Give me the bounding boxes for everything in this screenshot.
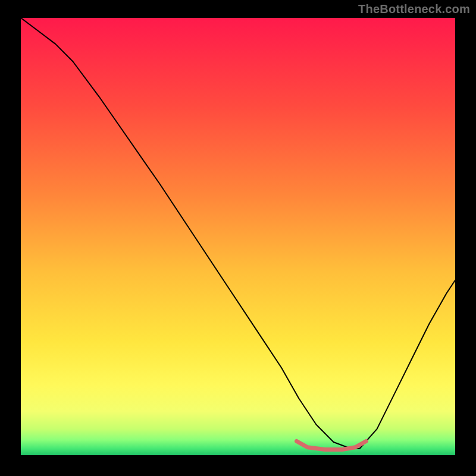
plot-background xyxy=(21,18,455,455)
chart-wrap: TheBottleneck.com xyxy=(0,0,476,476)
chart-svg xyxy=(0,0,476,476)
